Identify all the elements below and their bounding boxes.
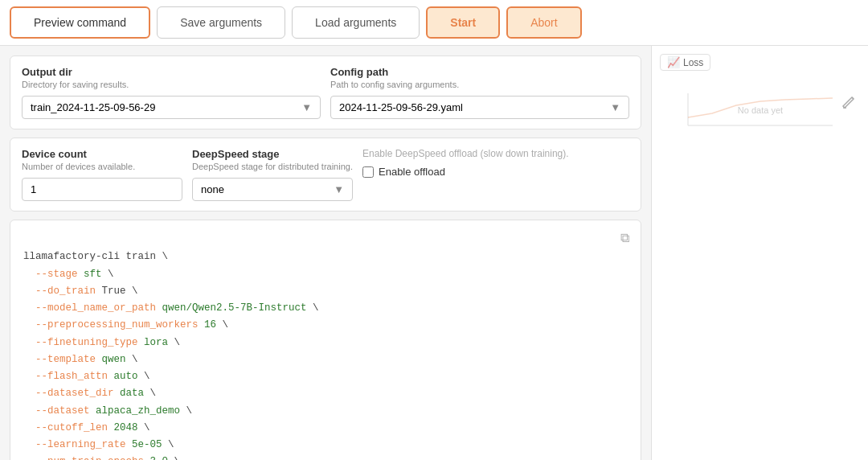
device-count-label: Device count	[22, 148, 182, 160]
device-count-sublabel: Number of devices available.	[22, 162, 182, 171]
config-path-select[interactable]: 2024-11-25-09-56-29.yaml	[339, 101, 620, 113]
output-dir-group: Output dir Directory for saving results.…	[22, 66, 321, 119]
offload-checkbox[interactable]	[362, 166, 374, 178]
output-config-card: Output dir Directory for saving results.…	[10, 55, 641, 129]
deepspeed-sublabel: DeepSpeed stage for distributed training…	[192, 162, 353, 171]
offload-checkbox-label: Enable offload	[379, 166, 445, 178]
config-path-label: Config path	[330, 66, 629, 78]
main-content: Output dir Directory for saving results.…	[0, 46, 868, 460]
deepspeed-label: DeepSpeed stage	[192, 148, 353, 160]
device-count-group: Device count Number of devices available…	[22, 148, 182, 201]
device-section: Device count Number of devices available…	[22, 148, 629, 201]
loss-label: Loss	[683, 57, 703, 68]
config-path-sublabel: Path to config saving arguments.	[330, 80, 629, 89]
chart-icon: 📈	[667, 56, 680, 68]
left-panel: Output dir Directory for saving results.…	[0, 46, 651, 460]
right-panel: 📈 Loss No data yet	[651, 46, 868, 460]
config-path-select-wrapper[interactable]: 2024-11-25-09-56-29.yaml ▼	[330, 96, 629, 119]
abort-button[interactable]: Abort	[506, 6, 581, 39]
deepspeed-group: DeepSpeed stage DeepSpeed stage for dist…	[192, 148, 353, 201]
output-dir-label: Output dir	[22, 66, 321, 78]
device-deepspeed-card: Device count Number of devices available…	[10, 138, 641, 212]
config-path-group: Config path Path to config saving argume…	[330, 66, 629, 119]
output-dir-sublabel: Directory for saving results.	[22, 80, 321, 89]
save-arguments-button[interactable]: Save arguments	[157, 6, 285, 39]
edit-chart-icon[interactable]	[841, 94, 857, 113]
device-count-input[interactable]	[22, 178, 182, 201]
command-preview-card: ⧉ llamafactory-cli train \ --stage sft \…	[10, 220, 641, 460]
deepspeed-select-wrapper[interactable]: none ▼	[192, 178, 353, 201]
offload-label: Enable DeepSpeed offload (slow down trai…	[362, 148, 629, 159]
output-dir-select-wrapper[interactable]: train_2024-11-25-09-56-29 ▼	[22, 96, 321, 119]
load-arguments-button[interactable]: Load arguments	[292, 6, 420, 39]
deepspeed-select[interactable]: none	[201, 183, 344, 195]
chart-svg: No data yet	[680, 85, 841, 133]
top-toolbar: Preview command Save arguments Load argu…	[0, 0, 868, 46]
output-dir-select[interactable]: train_2024-11-25-09-56-29	[31, 101, 312, 113]
offload-group: Enable DeepSpeed offload (slow down trai…	[362, 148, 629, 201]
chart-area: No data yet	[660, 77, 860, 142]
offload-checkbox-row: Enable offload	[362, 166, 629, 178]
command-text: llamafactory-cli train \ --stage sft \ -…	[23, 232, 628, 460]
svg-text:No data yet: No data yet	[737, 105, 782, 115]
copy-icon[interactable]: ⧉	[620, 228, 629, 250]
start-button[interactable]: Start	[426, 6, 500, 39]
loss-tag: 📈 Loss	[660, 54, 710, 71]
preview-command-button[interactable]: Preview command	[10, 6, 150, 39]
